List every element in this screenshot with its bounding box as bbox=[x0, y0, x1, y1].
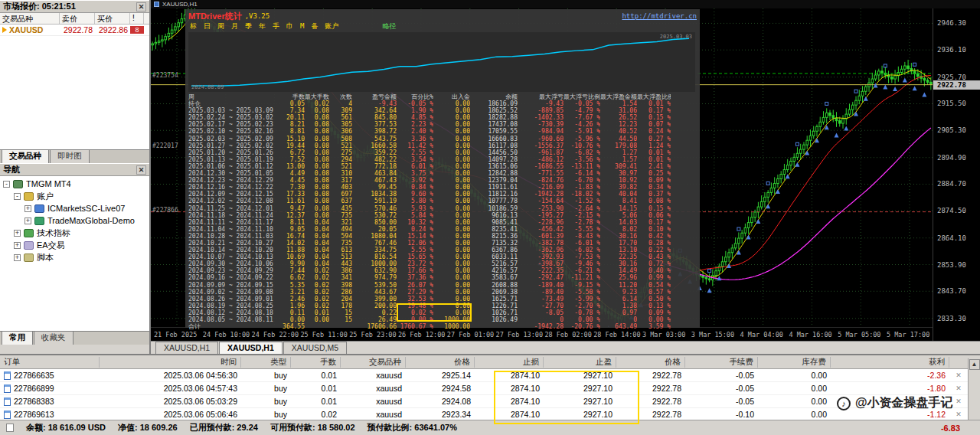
stats-cell: 0.15 % bbox=[637, 114, 671, 121]
time-axis-label: 21 Feb 2025 bbox=[154, 331, 197, 339]
orders-col-header[interactable]: 库存费 bbox=[758, 357, 831, 368]
orders-col-header[interactable]: 止损 bbox=[475, 357, 544, 368]
orders-col-header[interactable]: 交易品种 bbox=[341, 357, 406, 368]
orders-col-header[interactable]: 止盈 bbox=[544, 357, 616, 368]
tree-item-账户[interactable]: -账户 bbox=[0, 190, 149, 202]
tree-item-EA交易[interactable]: +EA交易 bbox=[0, 239, 149, 251]
close-icon[interactable]: ✕ bbox=[136, 165, 146, 175]
stats-cell: 1.54 bbox=[600, 100, 637, 107]
stats-cell: -7.53 % bbox=[564, 253, 600, 260]
market-watch-row-xauusd[interactable]: XAUUSD 2922.78 2922.86 8 bbox=[0, 25, 149, 36]
stats-col-header: 余额 bbox=[470, 93, 518, 100]
tree-toggle-icon[interactable]: - bbox=[14, 193, 21, 200]
orders-col-header[interactable]: 类型 bbox=[241, 357, 291, 368]
tree-toggle-icon[interactable]: - bbox=[3, 181, 10, 188]
tree-item-ICMarketsSC-Live07[interactable]: +ICMarketsSC-Live07 bbox=[0, 202, 149, 214]
tree-toggle-icon[interactable]: + bbox=[24, 218, 31, 224]
margin-value: 29.24 bbox=[237, 423, 258, 432]
ask-price: 2922.86 bbox=[95, 25, 130, 34]
close-order-button[interactable]: ✕ bbox=[949, 384, 968, 392]
stats-cell: 0.00 bbox=[433, 149, 470, 156]
close-icon[interactable]: ✕ bbox=[136, 2, 146, 11]
orders-col-header[interactable]: 价格 bbox=[406, 357, 475, 368]
stats-cell: -10.76 % bbox=[564, 142, 600, 149]
close-order-button[interactable]: ✕ bbox=[949, 371, 968, 379]
stats-cell: 398 bbox=[329, 282, 352, 289]
stats-cell: 0.00 bbox=[433, 260, 470, 267]
time-axis-label: 5 Mar 05:00 bbox=[838, 331, 880, 339]
stats-cell: 9616.13 bbox=[470, 212, 518, 219]
stats-cell: 0.00 bbox=[433, 233, 470, 240]
candlestick-chart[interactable]: MTDriver统计 ,V3.25 http://mtdriver.cn 标日周… bbox=[151, 8, 933, 327]
order-row[interactable]: 2278668992025.03.06 04:57:43buy0.01xauus… bbox=[0, 382, 980, 395]
stats-cell: 0.00 % bbox=[397, 316, 433, 323]
market-watch-col-spread[interactable]: ! bbox=[130, 13, 144, 24]
stats-cell: 591.19 bbox=[352, 198, 397, 204]
stats-cell: 364.55 bbox=[277, 323, 305, 330]
stats-toolbar-button[interactable]: 账户 bbox=[325, 21, 338, 31]
orders-col-header[interactable]: 获利 bbox=[831, 357, 949, 368]
market-watch-col-symbol[interactable]: 交易品种 bbox=[0, 13, 60, 24]
stats-cell: 1.57 bbox=[600, 156, 637, 163]
order-cell: 0.00 bbox=[758, 397, 831, 406]
tree-item-TMGM MT4[interactable]: -TMGM MT4 bbox=[0, 178, 149, 190]
stats-cell: 7.52 bbox=[277, 156, 305, 163]
stats-toolbar-button[interactable]: 备 bbox=[311, 21, 318, 31]
tree-item-TradeMaxGlobal-Demo[interactable]: +TradeMaxGlobal-Demo bbox=[0, 214, 149, 227]
close-order-button[interactable]: ✕ bbox=[949, 410, 968, 418]
orders-col-header[interactable]: 手数 bbox=[291, 357, 341, 368]
price-axis[interactable]: 2946.302936.102925.702915.502905.302894.… bbox=[933, 8, 980, 341]
stats-cell: 0.00 bbox=[433, 163, 470, 170]
chart-tab-XAUUSD,H1[interactable]: XAUUSD,H1 bbox=[219, 342, 283, 354]
scroll-up-icon[interactable]: ▲ bbox=[969, 359, 980, 370]
stats-toolbar-button[interactable]: 年 bbox=[259, 21, 266, 31]
order-row[interactable]: 2278666352025.03.06 04:56:30buy0.01xauus… bbox=[0, 369, 980, 382]
order-cell: 2927.10 bbox=[544, 410, 616, 419]
tab-common[interactable]: 常用 bbox=[2, 331, 33, 345]
stats-cell: 12842.88 bbox=[470, 170, 518, 177]
stats-toolbar-button[interactable]: 日 bbox=[204, 21, 211, 31]
tab-symbols[interactable]: 交易品种 bbox=[2, 149, 49, 163]
stats-row: 2024.12.09 ~ 2024.12.1517.330.086971034.… bbox=[188, 191, 697, 198]
stats-cell: 0.00 bbox=[433, 191, 470, 198]
orders-scrollbar[interactable]: ▲ bbox=[968, 358, 980, 421]
order-row[interactable]: 2278683832025.03.06 05:03:29buy0.01xauus… bbox=[0, 395, 980, 408]
orders-col-header[interactable]: 时间 bbox=[100, 357, 241, 368]
tree-toggle-icon[interactable]: + bbox=[14, 254, 21, 261]
stats-cell: -4.79 % bbox=[564, 107, 600, 114]
stats-cell: 6033.11 bbox=[470, 253, 518, 260]
stats-cell: 403 bbox=[329, 184, 352, 191]
orders-col-header[interactable]: 手续费 bbox=[685, 357, 758, 368]
orders-col-header[interactable]: 订单 bbox=[0, 357, 100, 368]
tab-favorites[interactable]: 收藏夹 bbox=[34, 331, 74, 345]
stats-panel-link[interactable]: http://mtdriver.cn bbox=[622, 12, 697, 20]
tree-item-脚本[interactable]: +脚本 bbox=[0, 251, 149, 263]
chart-tab-XAUUSD,M5[interactable]: XAUUSD,M5 bbox=[283, 342, 347, 354]
orders-col-header[interactable]: 价格 bbox=[616, 357, 685, 368]
stats-toolbar-button[interactable]: M bbox=[300, 22, 304, 30]
market-watch-col-ask[interactable]: 买价 bbox=[95, 13, 130, 24]
stats-toolbar-button[interactable]: 周 bbox=[217, 21, 224, 31]
stats-cell: 309 bbox=[329, 107, 352, 114]
stats-cell: 15.14 % bbox=[397, 233, 433, 240]
tree-toggle-icon[interactable]: + bbox=[14, 230, 21, 237]
stats-toolbar-button[interactable]: 巾 bbox=[286, 21, 293, 31]
stats-cell: 2.41 % bbox=[637, 163, 671, 170]
tab-tick-chart[interactable]: 即时图 bbox=[50, 149, 90, 163]
tree-toggle-icon[interactable]: + bbox=[24, 205, 31, 212]
tree-toggle-icon[interactable]: + bbox=[14, 242, 21, 249]
stats-cell: 816.54 bbox=[352, 253, 397, 260]
stats-cell: 0.17 % bbox=[637, 219, 671, 226]
stats-cell: -2.15 % bbox=[564, 212, 600, 219]
tree-item-技术指标[interactable]: +技术指标 bbox=[0, 227, 149, 239]
stats-toolbar-button[interactable]: 手 bbox=[273, 21, 279, 31]
stats-toolbar-button[interactable]: 标 bbox=[190, 21, 197, 31]
market-watch-col-bid[interactable]: 卖价 bbox=[60, 13, 95, 24]
stats-cell: 2024.10.28 ~ 2024.11.03 bbox=[188, 233, 277, 240]
stats-cell: 2.23 % bbox=[397, 121, 433, 128]
stats-toolbar-button[interactable]: 季 bbox=[245, 21, 252, 31]
stats-cell: -13.11 % bbox=[564, 163, 600, 170]
chart-tab-XAUUSD,H1[interactable]: XAUUSD,H1 bbox=[155, 342, 218, 354]
order-cell: 2922.78 bbox=[616, 410, 685, 419]
stats-toolbar-button[interactable]: 月 bbox=[231, 21, 238, 31]
